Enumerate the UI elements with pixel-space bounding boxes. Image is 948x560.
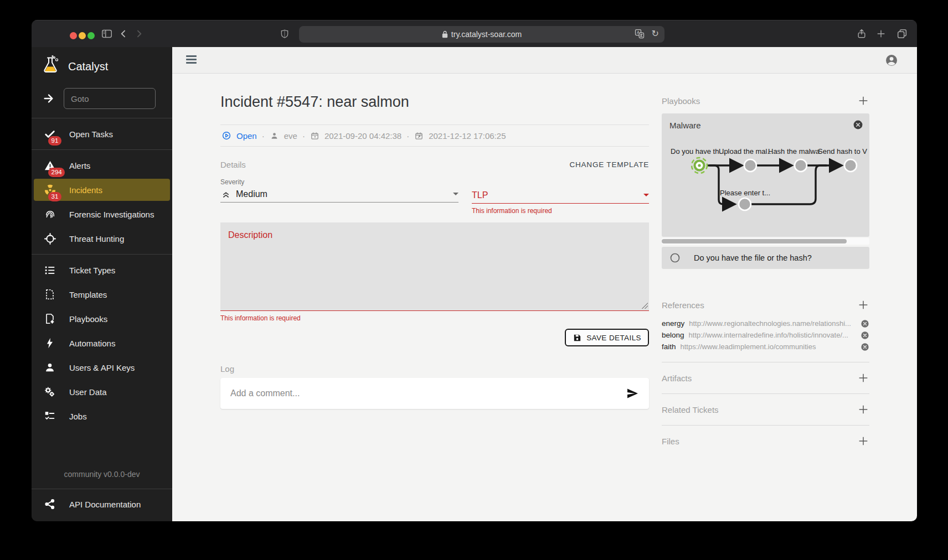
remove-reference-icon[interactable] (861, 331, 869, 340)
playbook-title: Malware (669, 121, 701, 130)
tab-overview-icon[interactable] (896, 27, 908, 40)
forward-icon[interactable] (133, 27, 145, 40)
workflow-scrollbar (662, 238, 869, 245)
goto-arrow-icon (42, 91, 56, 106)
incident-status-row: Open · eve · 2021-09-20 04:42:38 · 2021-… (220, 125, 649, 147)
translate-icon[interactable]: A (634, 28, 645, 39)
send-icon[interactable] (626, 387, 639, 400)
created-timestamp: 2021-09-20 04:42:38 (324, 131, 401, 141)
person-icon (43, 360, 57, 375)
severity-medium-icon (220, 189, 231, 200)
close-window-button[interactable] (70, 32, 77, 39)
playbook-task-row[interactable]: Do you have the file or the hash? (662, 247, 869, 269)
remove-reference-icon[interactable] (861, 319, 869, 328)
artifacts-section-label: Artifacts (662, 374, 692, 383)
sidebar-item-automations[interactable]: Automations (32, 331, 172, 355)
remove-reference-icon[interactable] (861, 343, 869, 351)
sidebar-item-incidents[interactable]: 31 Incidents (34, 179, 170, 201)
save-details-button[interactable]: SAVE DETAILS (565, 329, 649, 346)
related-tickets-section-label: Related Tickets (662, 405, 719, 414)
scrollbar-thumb[interactable] (662, 239, 847, 243)
sidebar-item-templates[interactable]: Templates (32, 282, 172, 307)
sidebar-item-alerts[interactable]: 294 Alerts (32, 153, 172, 178)
tlp-label: TLP (472, 190, 488, 200)
sidebar-item-threat-hunting[interactable]: Threat Hunting (32, 226, 172, 251)
workflow-node[interactable] (844, 159, 857, 172)
brand-name: Catalyst (68, 60, 108, 73)
modified-timestamp: 2021-12-12 17:06:25 (429, 131, 506, 141)
playbook-workflow: Do you have th... Upload the mal... Hash… (662, 113, 869, 237)
sidebar-item-user-data[interactable]: User Data (32, 380, 172, 404)
sidebar-item-api-documentation[interactable]: API Documentation (32, 489, 172, 521)
description-required-message: This information is required (220, 314, 649, 322)
playbooks-section-label: Playbooks (662, 96, 700, 106)
reference-row: faith https://www.leadimplement.io/commu… (662, 341, 869, 352)
minimize-window-button[interactable] (79, 32, 86, 39)
add-artifact-button[interactable] (857, 372, 869, 384)
reference-name: faith (662, 343, 676, 351)
description-textarea[interactable] (220, 222, 649, 311)
add-related-ticket-button[interactable] (857, 403, 869, 416)
add-file-button[interactable] (857, 435, 869, 447)
zoom-window-button[interactable] (87, 32, 95, 39)
open-tasks-badge: 91 (48, 136, 61, 146)
url-bar[interactable]: try.catalyst-soar.com A ↻ (299, 26, 664, 43)
back-icon[interactable] (118, 27, 129, 40)
references-section-label: References (662, 300, 704, 310)
alerts-badge: 294 (48, 168, 65, 177)
files-section-label: Files (662, 437, 679, 446)
new-tab-icon[interactable] (875, 27, 887, 40)
lightning-bolt-icon (43, 336, 57, 350)
version-text: community v0.0.0-dev (32, 463, 172, 489)
status-text[interactable]: Open (236, 131, 257, 141)
comment-card (220, 378, 649, 409)
sidebar-item-ticket-types[interactable]: Ticket Types (32, 258, 172, 282)
browser-titlebar: try.catalyst-soar.com A ↻ (32, 20, 917, 47)
sidebar-item-playbooks[interactable]: Playbooks (32, 307, 172, 331)
task-radio-icon[interactable] (669, 252, 681, 263)
fingerprint-icon (43, 207, 57, 221)
reference-row: energy http://www.regionaltechnologies.n… (662, 318, 869, 329)
reference-url[interactable]: http://www.regionaltechnologies.name/rel… (689, 319, 857, 328)
sidebar-item-jobs[interactable]: Jobs (32, 404, 172, 428)
privacy-shield-icon[interactable] (280, 28, 290, 40)
workflow-start-node[interactable] (692, 158, 707, 173)
modified-calendar-icon (414, 131, 424, 141)
change-template-button[interactable]: CHANGE TEMPLATE (569, 160, 649, 169)
resize-handle[interactable] (642, 303, 648, 309)
incidents-badge: 31 (48, 192, 61, 201)
workflow-node[interactable] (795, 159, 807, 172)
reload-icon[interactable]: ↻ (652, 29, 659, 38)
created-calendar-icon (310, 131, 320, 141)
reference-name: belong (662, 331, 684, 339)
menu-icon[interactable] (186, 55, 197, 65)
sidebar-toggle-icon[interactable] (101, 27, 113, 40)
chevron-down-icon (453, 193, 458, 195)
warning-icon: 294 (43, 158, 57, 173)
sidebar-item-users-api-keys[interactable]: Users & API Keys (32, 355, 172, 380)
comment-input[interactable] (230, 388, 626, 398)
workflow-node-label: Please enter t... (720, 189, 770, 197)
goto-input[interactable] (64, 88, 156, 109)
reference-url[interactable]: https://www.leadimplement.io/communities (681, 343, 857, 351)
reference-url[interactable]: http://www.internalredefine.info/holisti… (689, 331, 857, 339)
task-list-icon (43, 409, 57, 423)
workflow-node[interactable] (739, 198, 751, 210)
close-icon[interactable] (853, 120, 863, 130)
list-icon (43, 263, 57, 277)
sidebar-item-open-tasks[interactable]: 91 Open Tasks (32, 122, 172, 146)
workflow-node[interactable] (744, 159, 756, 172)
sidebar-item-forensic-investigations[interactable]: Forensic Investigations (32, 202, 172, 226)
severity-field[interactable]: Severity Medium (220, 178, 458, 203)
account-icon[interactable] (885, 54, 898, 67)
save-icon (573, 333, 582, 343)
share-icon[interactable] (856, 27, 867, 40)
add-playbook-button[interactable] (857, 95, 869, 107)
task-question: Do you have the file or the hash? (694, 253, 812, 262)
crosshair-icon (43, 231, 57, 246)
tlp-field[interactable]: TLP This information is required (472, 178, 649, 215)
page-title: Incident #5547: near salmon (220, 94, 649, 111)
chevron-down-icon (643, 194, 649, 196)
open-status-icon (221, 131, 231, 141)
add-reference-button[interactable] (857, 299, 869, 311)
